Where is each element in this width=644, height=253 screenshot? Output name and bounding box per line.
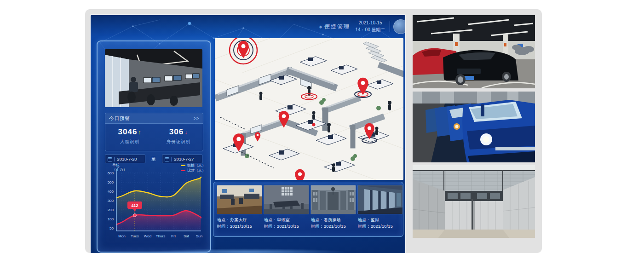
svg-text:Fri: Fri	[171, 234, 176, 238]
svg-text:200: 200	[108, 208, 114, 212]
start-date-value: 2018-7-20	[117, 156, 137, 161]
photo-parking-garage	[413, 15, 535, 88]
camera-time: 时间：2021/10/15	[358, 223, 402, 230]
date-range-separator: 至	[151, 156, 156, 162]
svg-text:Mon: Mon	[118, 234, 126, 238]
today-alert-panel: 今日预警 >> 3046↑ 人脸识别 306↓ 身份证识别	[105, 113, 203, 151]
camera-thumbnail-hall[interactable]	[217, 185, 262, 214]
camera-thumbnail-prison[interactable]	[358, 185, 402, 214]
up-arrow-icon: ↑	[138, 129, 141, 136]
alert-label: 人脸识别	[105, 139, 154, 145]
camera-card-interrogation: 地点：审讯室 时间：2021/10/15	[264, 185, 309, 233]
dashboard: ❖便捷管理 2021-10-15 14：00 星期二	[90, 14, 406, 253]
alert-panel-title: 今日预警	[109, 113, 130, 123]
camera-thumbnail-yard[interactable]	[311, 185, 356, 214]
alert-label: 身份证识别	[154, 139, 203, 145]
calendar-icon	[108, 157, 112, 161]
date-box-divider: |	[114, 157, 115, 161]
camera-time: 时间：2021/10/15	[217, 223, 262, 230]
user-avatar[interactable]	[393, 19, 406, 34]
alert-value: 3046	[118, 127, 138, 136]
app-logo-icon: ❖	[319, 25, 322, 29]
office-map-illustration	[215, 38, 403, 180]
svg-text:Wed: Wed	[144, 234, 151, 238]
camera-strip: 地点：办案大厅 时间：2021/10/15	[213, 182, 403, 237]
alert-more-button[interactable]: >>	[194, 113, 199, 123]
camera-location: 地点：看所操场	[311, 217, 356, 223]
svg-text:Sun: Sun	[196, 234, 202, 238]
alert-id-recognition: 306↓ 身份证识别	[154, 127, 203, 145]
alert-value: 306	[169, 127, 184, 136]
date-box-divider: |	[171, 157, 172, 161]
svg-text:Thurs: Thurs	[156, 234, 165, 238]
weekly-trend-chart: 41260050040030020010050MonTuesWedThursFr…	[99, 162, 207, 246]
camera-location: 地点：审讯室	[264, 217, 309, 223]
svg-text:412: 412	[131, 203, 138, 208]
svg-text:Sat: Sat	[184, 234, 190, 238]
app-title-text: 便捷管理	[324, 23, 350, 30]
header-divider	[390, 21, 390, 32]
svg-text:Tues: Tues	[131, 234, 139, 238]
svg-text:600: 600	[108, 171, 114, 175]
header-date: 2021-10-15	[351, 19, 390, 26]
camera-time: 时间：2021/10/15	[264, 223, 309, 230]
down-arrow-icon: ↓	[184, 129, 188, 136]
camera-card-prison: 地点：监狱 时间：2021/10/15	[358, 185, 402, 233]
svg-text:50: 50	[109, 226, 114, 230]
header-datetime: 2021-10-15 14：00 星期二	[351, 19, 390, 33]
page-frame: ❖便捷管理 2021-10-15 14：00 星期二	[85, 9, 542, 253]
camera-card-hall: 地点：办案大厅 时间：2021/10/15	[217, 185, 262, 233]
camera-location: 地点：监狱	[358, 217, 402, 223]
camera-thumbnail-interrogation[interactable]	[264, 185, 309, 214]
calendar-icon	[165, 157, 169, 161]
camera-time: 时间：2021/10/15	[311, 223, 356, 230]
svg-text:100: 100	[108, 217, 114, 221]
svg-text:400: 400	[108, 190, 114, 194]
svg-text:500: 500	[108, 180, 114, 184]
header-time: 14：00 星期二	[351, 26, 390, 33]
end-date-value: 2018-7-27	[174, 156, 194, 161]
camera-location: 地点：办案大厅	[217, 217, 262, 223]
alert-face-recognition: 3046↑ 人脸识别	[105, 127, 154, 145]
photo-blue-cars	[413, 92, 535, 162]
photo-facility-gate	[413, 165, 535, 238]
control-room-photo	[105, 49, 202, 107]
left-panel: 今日预警 >> 3046↑ 人脸识别 306↓ 身份证识别	[97, 40, 211, 253]
svg-text:300: 300	[108, 199, 114, 203]
camera-card-yard: 地点：看所操场 时间：2021/10/15	[311, 185, 356, 233]
